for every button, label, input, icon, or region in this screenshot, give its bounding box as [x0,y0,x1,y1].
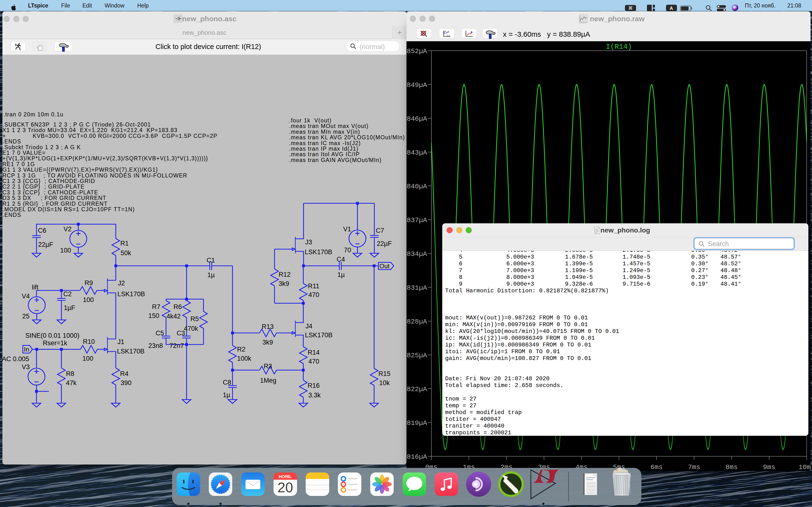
svg-text:470: 470 [308,358,319,365]
svg-text:72n7: 72n7 [169,342,184,349]
svg-text:3k9: 3k9 [262,339,273,346]
svg-text:Rser=1k: Rser=1k [43,339,67,347]
svg-text:RE1 7 0 1G: RE1 7 0 1G [2,161,35,167]
svg-text:R3: R3 [264,362,272,370]
svg-text:.meas tran IC max -Is(J2): .meas tran IC max -Is(J2) [289,140,361,146]
svg-text:.ENDS: .ENDS [2,138,21,145]
svg-text:R12: R12 [278,271,291,278]
svg-text:.ENDS: .ENDS [2,212,21,218]
svg-text:819µA: 819µA [407,419,427,427]
svg-text:4k42: 4k42 [166,313,181,320]
svg-text:AC 0.005: AC 0.005 [2,355,29,362]
svg-text:R15: R15 [378,370,391,377]
svg-text:22µF: 22µF [377,240,392,247]
svg-text:70: 70 [344,246,351,254]
svg-text:C3: C3 [176,330,185,337]
svg-text:828µA: 828µA [407,318,427,326]
svg-text:C1 2 3 {CCG} ; CATHODE-GRID: C1 2 3 {CCG} ; CATHODE-GRID [2,178,95,184]
svg-text:.tran 0 20m 10m 0.1u: .tran 0 20m 10m 0.1u [3,111,63,118]
svg-text:100k: 100k [237,355,251,362]
svg-text:837µA: 837µA [407,217,427,224]
svg-text:LSK170B: LSK170B [117,290,145,298]
svg-text:R1 2 5 {RGI} ; FOR GRID CURRE: R1 2 5 {RGI} ; FOR GRID CURRENT [2,201,108,207]
svg-text:50k: 50k [120,249,131,257]
svg-text:J1: J1 [117,338,124,345]
svg-text:852µA: 852µA [407,48,427,55]
svg-text:E1 7 0 VALUE=: E1 7 0 VALUE= [2,150,46,156]
svg-text:846µA: 846µA [407,115,427,123]
svg-text:R4: R4 [120,370,129,377]
svg-text:R6: R6 [173,303,182,311]
svg-text:1µ: 1µ [337,271,345,278]
svg-text:.meas tran GAIN AVG(MOut/MIn): .meas tran GAIN AVG(MOut/MIn) [289,157,382,163]
svg-text:J2: J2 [118,280,125,287]
svg-text:LSK170B: LSK170B [117,348,145,355]
svg-text:1µF: 1µF [64,304,75,312]
svg-text:470k: 470k [184,325,198,332]
svg-text:840µA: 840µA [407,183,427,190]
svg-text:R11: R11 [308,282,319,290]
svg-text:.meas tran IP max Id(J1): .meas tran IP max Id(J1) [289,146,358,152]
svg-text:.meas tran MOut max V(out): .meas tran MOut max V(out) [289,123,368,129]
svg-text:.MODEL DX D(IS=1N RS=1 CJO=10P: .MODEL DX D(IS=1N RS=1 CJO=10PF TT=1N) [2,206,135,213]
svg-text:7ms: 7ms [688,463,700,471]
svg-text:825µA: 825µA [407,352,427,359]
svg-text:V4: V4 [22,293,30,300]
svg-text:A: A [670,6,673,11]
svg-text:10ms: 10ms [799,463,811,471]
svg-text:In: In [24,346,29,353]
svg-text:6ms: 6ms [651,463,663,471]
svg-text:C1: C1 [207,257,215,264]
svg-text:V2: V2 [63,225,71,233]
svg-text:C4: C4 [337,256,345,263]
svg-text:849µA: 849µA [407,81,427,89]
svg-text:R14: R14 [308,349,320,356]
svg-text:R16: R16 [308,382,320,389]
svg-text:C8: C8 [223,379,231,386]
svg-text:R8: R8 [66,370,74,377]
svg-text:8ms: 8ms [725,463,738,471]
svg-text:V1: V1 [343,225,351,233]
svg-text:22µF: 22µF [38,241,53,248]
svg-text:R10: R10 [83,338,95,345]
svg-text:10k: 10k [379,379,390,387]
svg-text:LSK170B: LSK170B [305,248,332,256]
svg-text:47k: 47k [66,379,77,387]
svg-text:843µA: 843µA [407,149,427,157]
svg-text:R9: R9 [85,279,93,287]
svg-text:X1 1 2 3 Triodo MU=33.04 EX=1: X1 1 2 3 Triodo MU=33.04 EX=1.220 KG1=21… [2,127,177,133]
svg-text:R5: R5 [191,315,199,323]
svg-text:C2 2 1 {CGP} ; GRID-PLATE: C2 2 1 {CGP} ; GRID-PLATE [2,183,85,190]
svg-text:3.3k: 3.3k [308,392,321,399]
svg-text:⌘: ⌘ [628,6,633,11]
svg-text:V3: V3 [22,363,30,371]
svg-text:816µA: 816µA [407,453,427,461]
svg-text:100: 100 [60,247,71,254]
svg-text:R1: R1 [120,240,129,247]
svg-text:J3: J3 [305,238,312,246]
svg-text:J4: J4 [305,323,312,330]
svg-text:C5: C5 [156,330,164,337]
svg-text:834µA: 834µA [407,250,427,258]
svg-text:C6: C6 [38,227,46,234]
svg-text:.SUBCKT 6N23P 1 2 3 ; P G C (: .SUBCKT 6N23P 1 2 3 ; P G C (Triode) 26-… [2,121,151,128]
svg-text:LSK170B: LSK170B [305,332,333,339]
svg-text:20: 20 [277,480,293,495]
svg-text:.meas tran Itol AVG IC/IP: .meas tran Itol AVG IC/IP [289,151,360,157]
svg-text:lift: lift [32,284,39,291]
svg-text:390: 390 [120,379,132,387]
svg-text:C7: C7 [376,227,384,234]
svg-text:I(R14): I(R14) [606,43,632,51]
svg-text:.meas tran MIn max V(in): .meas tran MIn max V(in) [289,129,360,135]
svg-text:1Meg: 1Meg [260,377,276,384]
svg-text:150: 150 [148,312,159,320]
svg-text:.meas tran KL AVG 20*LOG10(MOu: .meas tran KL AVG 20*LOG10(MOut/MIn) [289,134,405,140]
svg-text:100: 100 [83,296,94,303]
svg-text:470: 470 [308,291,319,298]
svg-text:C2: C2 [63,290,72,298]
svg-text:C3 1 3 {CCP} ; CATHODE-PLATE: C3 1 3 {CCP} ; CATHODE-PLATE [2,189,98,195]
svg-text:Out: Out [379,263,390,270]
svg-text:1µ: 1µ [223,391,230,399]
svg-text:R7: R7 [152,303,160,311]
svg-text:9ms: 9ms [763,463,775,471]
